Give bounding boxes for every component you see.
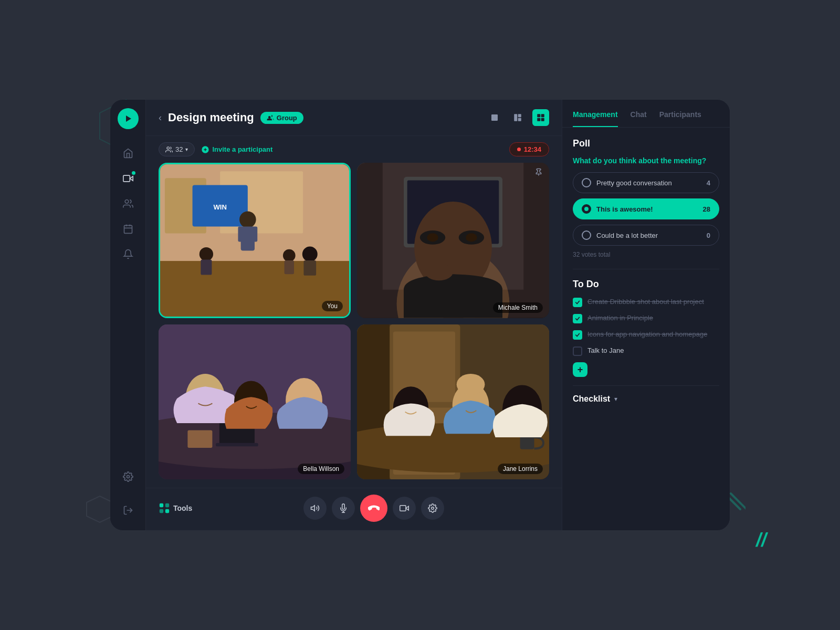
poll-option-2[interactable]: This is awesome! 28 (573, 198, 719, 219)
poll-option-1-left: Pretty good conversation (582, 178, 672, 187)
end-call-button[interactable] (360, 495, 387, 522)
svg-rect-13 (514, 114, 517, 121)
poll-question: What do you think about the meeting? (573, 156, 719, 165)
header-right (486, 109, 549, 126)
todo-section: To Do Create Dribbble shot about last pr… (573, 279, 719, 377)
main-card: ‹ Design meeting Group (110, 100, 730, 530)
view-grid2-button[interactable] (509, 109, 526, 126)
svg-point-55 (425, 264, 453, 280)
video-cell-you[interactable]: WIN (159, 163, 351, 318)
participants-icon (165, 146, 173, 153)
checklist-title: Checklist (573, 394, 610, 404)
todo-text-2: Animation in Principle (587, 313, 653, 323)
svg-rect-14 (518, 114, 521, 117)
todo-text-1: Create Dribbble shot about last project (587, 297, 704, 307)
svg-rect-38 (285, 260, 294, 274)
todo-checkbox-4[interactable] (573, 346, 582, 356)
todo-item-2: Animation in Principle (573, 313, 719, 323)
sidebar-nav (110, 100, 146, 530)
timer-dot (517, 148, 521, 151)
view-grid4-button[interactable] (532, 109, 549, 126)
svg-marker-82 (311, 506, 315, 511)
svg-rect-34 (252, 226, 258, 242)
add-todo-button[interactable]: + (573, 362, 587, 377)
microphone-icon (339, 503, 348, 513)
nav-logo[interactable] (118, 108, 139, 129)
toolbar: Tools (146, 488, 562, 530)
svg-rect-15 (518, 118, 521, 121)
poll-radio-1 (582, 178, 591, 187)
svg-rect-78 (160, 503, 163, 507)
participants-badge[interactable]: 32 ▾ (159, 142, 195, 156)
panel-content: Poll What do you think about the meeting… (562, 128, 730, 530)
todo-checkbox-1[interactable] (573, 298, 582, 307)
video-cell-jane[interactable]: Jane Lorrins (357, 324, 549, 480)
poll-option-3[interactable]: Could be a lot better 0 (573, 225, 719, 246)
video-label-michale: Michale Smith (493, 302, 543, 313)
svg-point-5 (125, 200, 129, 204)
svg-rect-79 (165, 503, 169, 507)
check-icon-2 (575, 316, 580, 321)
view-square-button[interactable] (486, 109, 503, 126)
svg-rect-40 (303, 260, 316, 276)
svg-point-10 (127, 476, 129, 478)
sidebar-item-notifications[interactable] (117, 243, 140, 266)
svg-point-53 (427, 233, 438, 242)
sidebar-item-settings[interactable] (117, 465, 140, 488)
camera-icon (400, 503, 409, 513)
microphone-button[interactable] (332, 497, 355, 520)
pin-icon-michale[interactable] (534, 168, 543, 178)
volume-button[interactable] (303, 497, 327, 520)
check-icon-1 (575, 300, 580, 305)
timer-display: 12:34 (524, 145, 541, 153)
video-cell-bella[interactable]: Bella Willson (159, 324, 351, 480)
nav-video-dot (132, 171, 135, 175)
panel-tabs: Management Chat Participants (562, 100, 730, 128)
svg-point-31 (239, 211, 256, 228)
timer-badge: 12:34 (509, 142, 549, 156)
tools-button[interactable]: Tools (159, 502, 192, 514)
svg-point-37 (283, 249, 296, 262)
tab-participants[interactable]: Participants (659, 110, 701, 127)
poll-option-1[interactable]: Pretty good conversation 4 (573, 172, 719, 193)
poll-radio-3 (582, 230, 591, 240)
outer-background: ‹ Design meeting Group (52, 63, 788, 567)
svg-line-1 (731, 494, 746, 509)
sidebar-item-people[interactable] (117, 192, 140, 215)
svg-rect-16 (537, 114, 540, 117)
video-cell-michale[interactable]: Michale Smith (357, 163, 549, 318)
tools-icon (159, 502, 170, 514)
todo-title: To Do (573, 279, 719, 290)
right-panel: Management Chat Participants Poll What d… (562, 100, 730, 530)
camera-toggle-button[interactable] (393, 497, 416, 520)
poll-option-2-label: This is awesome! (596, 205, 653, 213)
settings-icon (428, 503, 437, 513)
svg-rect-18 (537, 118, 540, 121)
back-button[interactable]: ‹ (159, 112, 162, 123)
invite-participant-button[interactable]: Invite a participant (201, 145, 272, 154)
todo-text-4: Talk to Jane (587, 346, 624, 355)
checklist-section[interactable]: Checklist ▾ (573, 394, 719, 404)
video-label-you: You (322, 301, 343, 311)
tab-chat[interactable]: Chat (631, 110, 647, 127)
sidebar-item-calendar[interactable] (117, 217, 140, 240)
todo-checkbox-3[interactable] (573, 330, 582, 340)
sidebar-item-home[interactable] (117, 142, 140, 165)
content-area: ‹ Design meeting Group (146, 100, 562, 530)
poll-radio-2 (582, 204, 591, 214)
check-icon-3 (575, 332, 580, 338)
brand-mark: // (756, 529, 766, 551)
group-badge: Group (260, 112, 303, 124)
bella-scene-svg (159, 324, 351, 480)
group-badge-label: Group (277, 114, 297, 122)
svg-rect-4 (123, 175, 130, 182)
poll-count-2: 28 (703, 205, 710, 213)
sidebar-item-video[interactable] (117, 167, 140, 190)
toolbar-settings-button[interactable] (421, 497, 444, 520)
svg-point-87 (432, 507, 434, 510)
video-label-jane: Jane Lorrins (498, 464, 543, 474)
tab-management[interactable]: Management (573, 110, 618, 127)
todo-checkbox-2[interactable] (573, 314, 582, 323)
video-label-bella: Bella Willson (298, 464, 344, 474)
sidebar-item-exit[interactable] (117, 499, 140, 522)
